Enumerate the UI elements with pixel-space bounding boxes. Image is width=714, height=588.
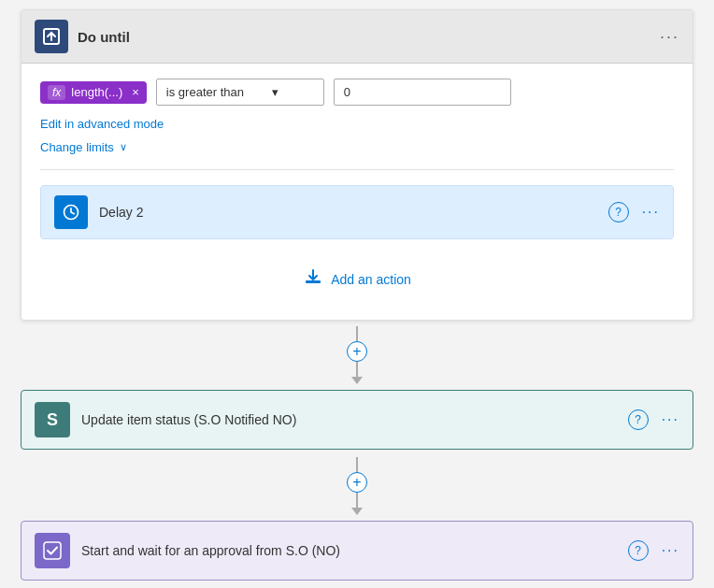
delay2-label: Delay 2 xyxy=(99,205,143,220)
add-action-label: Add an action xyxy=(331,272,411,287)
edit-advanced-link[interactable]: Edit in advanced mode xyxy=(40,117,674,131)
delay2-action[interactable]: Delay 2 ? ··· xyxy=(40,185,674,239)
condition-dropdown[interactable]: is greater than ▾ xyxy=(156,79,324,106)
approval-help-icon[interactable]: ? xyxy=(628,540,649,561)
approval-title: Start and wait for an approval from S.O … xyxy=(81,543,340,558)
update-item-help-icon[interactable]: ? xyxy=(628,409,649,430)
update-item-more-button[interactable]: ··· xyxy=(662,411,679,428)
update-item-left: S Update item status (S.O Notified NO) xyxy=(35,402,296,437)
change-limits-chevron: ∨ xyxy=(120,141,127,153)
connector-line-2-top xyxy=(356,457,358,472)
do-until-body: fx length(...) × is greater than ▾ Edit … xyxy=(21,64,693,320)
connector-line-2-bottom xyxy=(356,493,358,508)
condition-row: fx length(...) × is greater than ▾ xyxy=(40,79,674,106)
do-until-header-left: Do until xyxy=(35,20,130,53)
delay2-action-left: Delay 2 xyxy=(54,195,143,229)
do-until-header: Do until ··· xyxy=(21,10,693,64)
do-until-more-button[interactable]: ··· xyxy=(660,27,679,47)
arrow-down-2 xyxy=(351,508,363,515)
fx-label: fx xyxy=(48,85,65,100)
add-action-area[interactable]: Add an action xyxy=(40,249,674,301)
change-limits-row[interactable]: Change limits ∨ xyxy=(40,140,674,154)
update-item-right: ? ··· xyxy=(628,409,679,430)
chevron-down-icon: ▾ xyxy=(272,85,278,99)
do-until-card: Do until ··· fx length(...) × is greater… xyxy=(21,9,693,321)
do-until-title: Do until xyxy=(78,29,130,45)
add-action-icon xyxy=(303,267,323,292)
approval-left: Start and wait for an approval from S.O … xyxy=(35,533,340,568)
delay2-action-right: ? ··· xyxy=(608,202,660,222)
update-item-title: Update item status (S.O Notified NO) xyxy=(81,412,296,427)
condition-dropdown-value: is greater than xyxy=(166,85,244,99)
connector-line-bottom xyxy=(356,362,358,377)
approval-more-button[interactable]: ··· xyxy=(662,542,679,559)
svg-rect-2 xyxy=(306,280,321,283)
arrow-down-1 xyxy=(351,377,363,384)
update-item-card[interactable]: S Update item status (S.O Notified NO) ?… xyxy=(21,390,693,450)
do-until-icon xyxy=(35,20,68,53)
update-item-icon: S xyxy=(35,402,70,437)
approval-card[interactable]: Start and wait for an approval from S.O … xyxy=(21,521,693,581)
delay2-help-icon[interactable]: ? xyxy=(608,202,629,222)
plus-circle-1[interactable]: + xyxy=(347,341,367,362)
divider xyxy=(40,169,674,170)
connector-3 xyxy=(21,582,693,588)
connector-1: + xyxy=(21,321,693,390)
change-limits-label: Change limits xyxy=(40,140,114,154)
connector-line-top xyxy=(356,326,358,341)
plus-circle-2[interactable]: + xyxy=(347,472,367,493)
connector-2: + xyxy=(21,452,693,521)
sharepoint-letter: S xyxy=(47,410,58,430)
delay2-more-button[interactable]: ··· xyxy=(642,204,660,221)
condition-value-input[interactable] xyxy=(334,79,511,106)
svg-rect-3 xyxy=(44,542,61,559)
approval-icon xyxy=(35,533,70,568)
approval-right: ? ··· xyxy=(628,540,679,561)
formula-close-button[interactable]: × xyxy=(132,85,139,99)
delay2-icon xyxy=(54,195,88,229)
formula-text: length(...) xyxy=(71,85,122,99)
formula-chip[interactable]: fx length(...) × xyxy=(40,81,147,104)
